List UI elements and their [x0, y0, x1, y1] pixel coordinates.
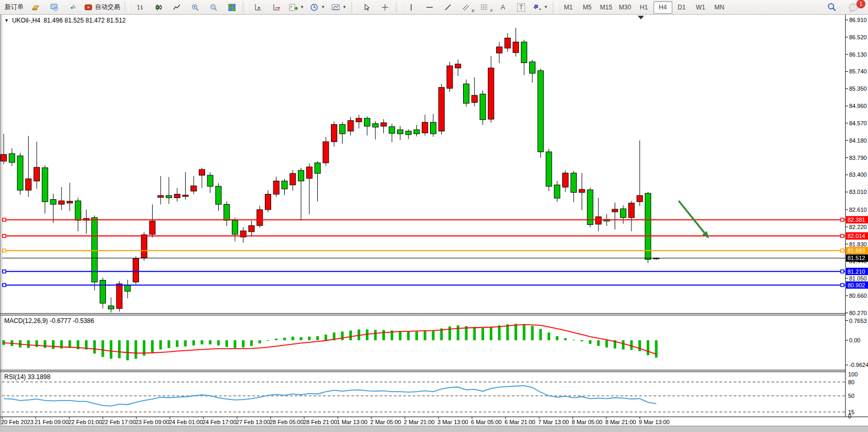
timeframe-button-d1[interactable]: D1: [672, 1, 691, 14]
header-collapse-icon[interactable]: ▼: [4, 18, 9, 23]
candle-body: [637, 196, 642, 202]
chart-area[interactable]: 86.91086.52086.13085.74085.35084.96084.5…: [0, 15, 868, 426]
toolbar-separator: [396, 2, 400, 13]
candle-body: [315, 163, 320, 174]
timeframe-button-m15[interactable]: M15: [597, 1, 616, 14]
label-tool-letter: T: [517, 3, 525, 12]
chart-shift-marker[interactable]: [638, 16, 644, 19]
candle-body: [645, 193, 651, 260]
candle-body: [554, 185, 560, 198]
search-button[interactable]: [823, 1, 841, 14]
toolbar-separator: [351, 2, 356, 13]
fibonacci-tool-button[interactable]: F: [476, 1, 494, 14]
candle-body: [265, 194, 271, 209]
tile-windows-button[interactable]: [223, 1, 241, 14]
text-tool-button[interactable]: A: [494, 1, 512, 14]
macd-histogram-bar: [201, 340, 203, 344]
charts-button[interactable]: [27, 1, 45, 14]
candle-body: [497, 47, 502, 53]
macd-histogram-bar: [135, 340, 137, 359]
timeframe-button-mn[interactable]: MN: [710, 1, 729, 14]
signal-button[interactable]: [63, 1, 81, 14]
line-anchor[interactable]: [3, 284, 6, 287]
macd-histogram-bar: [556, 336, 559, 340]
macd-histogram-bar: [407, 331, 410, 340]
equidistant-channel-tool-button[interactable]: E: [457, 1, 475, 14]
macd-histogram-bar: [52, 340, 55, 349]
bar-chart-type-button[interactable]: [131, 1, 149, 14]
time-tick-label: 2 Mar 05:00: [370, 419, 401, 425]
price-tick-label: 84.180: [849, 137, 867, 144]
candle-body: [42, 168, 48, 202]
auto-scroll-button[interactable]: [249, 1, 267, 14]
new-order-button[interactable]: 新订单: [2, 1, 26, 14]
crosshair-tool-button[interactable]: [376, 1, 394, 14]
text-tool-letter: A: [500, 3, 505, 11]
template-icon: [331, 3, 340, 12]
line-anchor[interactable]: [841, 284, 844, 287]
cursor-tool-button[interactable]: [358, 1, 376, 14]
macd-histogram-bar: [597, 340, 600, 346]
chart-ohlc-values: 81.496 81.525 81.472 81.512: [44, 17, 126, 24]
time-tick-label: 21 Feb 09:00: [35, 419, 69, 425]
zoom-in-button[interactable]: [186, 1, 204, 14]
market-watch-button[interactable]: [45, 1, 63, 14]
macd-histogram-bar: [473, 327, 476, 340]
candle-body: [257, 210, 263, 225]
arrows-tool-button[interactable]: ▼: [531, 1, 551, 14]
zoom-out-button[interactable]: [205, 1, 222, 14]
chart-shift-icon: [272, 3, 281, 12]
timeframe-button-h1[interactable]: H1: [635, 1, 653, 14]
timeframe-button-m5[interactable]: M5: [578, 1, 597, 14]
periods-button[interactable]: ▼: [307, 1, 328, 14]
arrow-shapes-icon: [533, 3, 542, 12]
trendline-tool-button[interactable]: [439, 1, 457, 14]
notifications-button[interactable]: 1: [845, 1, 863, 14]
market-watch-icon: [50, 3, 59, 12]
indicators-button[interactable]: f ▼: [286, 1, 307, 14]
auto-trading-icon: [84, 3, 93, 12]
timeframe-button-m1[interactable]: M1: [559, 1, 578, 14]
auto-scroll-icon: [254, 3, 263, 12]
candle-body: [125, 285, 131, 291]
time-tick-label: 7 Mar 13:00: [538, 419, 569, 425]
timeframe-button-h4[interactable]: H4: [653, 1, 672, 14]
vertical-line-tool-button[interactable]: [402, 1, 420, 14]
auto-trading-label: 自动交易: [95, 3, 120, 12]
templates-button[interactable]: ▼: [328, 1, 349, 14]
macd-histogram-bar: [325, 334, 327, 340]
time-tick-label: 1 Mar 13:00: [337, 419, 368, 425]
line-anchor[interactable]: [3, 218, 6, 221]
line-anchor[interactable]: [3, 249, 6, 252]
candle-body: [339, 124, 345, 134]
time-tick-label: 28 Feb 21:00: [303, 419, 337, 425]
rsi-tick-label: 50: [848, 393, 854, 399]
price-tick-label: 86.910: [849, 17, 867, 23]
price-tick-label: 86.130: [849, 51, 867, 58]
line-anchor[interactable]: [841, 218, 844, 221]
macd-histogram-bar: [349, 330, 352, 340]
line-anchor[interactable]: [841, 249, 844, 252]
toolbar-separator: [553, 2, 557, 13]
candle-body: [480, 94, 486, 120]
timeframe-button-m30[interactable]: M30: [616, 1, 635, 14]
mt4-window: 新订单 自动交易: [0, 0, 868, 432]
timeframe-button-w1[interactable]: W1: [691, 1, 710, 14]
line-anchor[interactable]: [3, 234, 6, 237]
line-anchor[interactable]: [841, 234, 844, 237]
text-label-tool-button[interactable]: T: [512, 1, 530, 14]
time-tick-label: 28 Feb 05:00: [270, 419, 304, 425]
candlestick-chart-type-button[interactable]: [149, 1, 167, 14]
macd-histogram-bar: [308, 337, 310, 340]
chart-shift-button[interactable]: [267, 1, 285, 14]
line-anchor[interactable]: [3, 270, 6, 273]
macd-histogram-bar: [36, 340, 38, 347]
candle-body: [422, 122, 428, 133]
horizontal-line-tool-button[interactable]: [421, 1, 438, 14]
auto-trading-button[interactable]: 自动交易: [82, 1, 123, 14]
candle-body: [571, 173, 576, 192]
line-chart-type-button[interactable]: [168, 1, 186, 14]
line-anchor[interactable]: [841, 270, 844, 273]
annotation-arrow-line[interactable]: [679, 201, 704, 233]
candle-body: [447, 66, 453, 89]
